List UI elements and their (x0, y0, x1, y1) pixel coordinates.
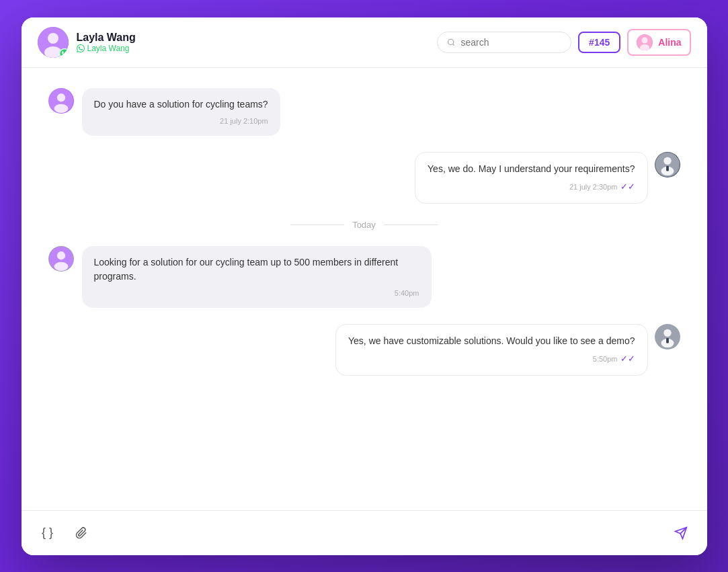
message-row-outgoing-2: Yes, we have customizable solutions. Wou… (48, 324, 680, 376)
svg-rect-14 (666, 166, 669, 171)
message-text-1: Do you have a solution for cycling teams… (94, 99, 268, 110)
message-bubble-1: Do you have a solution for cycling teams… (82, 88, 280, 136)
contact-platform: Layla Wang (77, 44, 136, 53)
svg-point-19 (663, 329, 671, 337)
day-divider: Today (48, 220, 680, 230)
message-bubble-4: Yes, we have customizable solutions. Wou… (335, 324, 647, 376)
message-text-2: Yes, we do. May I understand your requir… (428, 163, 635, 174)
svg-point-12 (663, 157, 671, 165)
header-info: Layla Wang Layla Wang (77, 32, 136, 53)
message-row-incoming-2: Looking for a solution for our cycling t… (48, 246, 680, 309)
read-check-2: ✓✓ (620, 180, 635, 194)
message-row: Do you have a solution for cycling teams… (48, 88, 680, 136)
svg-rect-21 (666, 338, 669, 343)
svg-line-4 (453, 44, 454, 45)
chat-area: Do you have a solution for cycling teams… (22, 68, 707, 510)
search-input[interactable] (460, 37, 561, 48)
message-text-3: Looking for a solution for our cycling t… (94, 257, 399, 282)
send-icon (674, 526, 688, 540)
whatsapp-icon (59, 48, 69, 58)
code-button[interactable]: { } (35, 520, 60, 546)
message-time-4: 5:50pm ✓✓ (348, 352, 635, 366)
svg-point-16 (56, 251, 65, 259)
svg-point-6 (642, 37, 648, 43)
search-icon (447, 38, 455, 47)
message-row-outgoing-1: Yes, we do. May I understand your requir… (48, 152, 680, 204)
message-input[interactable] (102, 522, 660, 544)
header-right: #145 Alina (437, 29, 690, 56)
agent-avatar (637, 34, 653, 50)
paperclip-icon (75, 527, 87, 539)
agent-badge[interactable]: Alina (627, 29, 690, 56)
send-button[interactable] (668, 520, 694, 546)
whatsapp-small-icon (77, 44, 85, 52)
message-text-4: Yes, we have customizable solutions. Wou… (348, 335, 635, 346)
day-label: Today (352, 220, 376, 230)
header-left: Layla Wang Layla Wang (38, 27, 430, 58)
attach-button[interactable] (69, 520, 94, 546)
outgoing-avatar-1 (655, 152, 680, 177)
incoming-avatar-1 (48, 88, 74, 114)
chat-footer: { } (22, 510, 707, 555)
agent-name: Alina (658, 37, 681, 48)
read-check-4: ✓✓ (620, 352, 635, 366)
chat-header: Layla Wang Layla Wang #145 (22, 17, 707, 68)
svg-point-9 (56, 93, 65, 101)
search-bar[interactable] (437, 32, 571, 53)
chat-window: Layla Wang Layla Wang #145 (22, 17, 707, 555)
message-time-1: 21 july 2:10pm (94, 116, 268, 127)
ticket-badge[interactable]: #145 (578, 32, 620, 53)
message-bubble-2: Yes, we do. May I understand your requir… (415, 152, 647, 204)
message-time-2: 21 july 2:30pm ✓✓ (428, 180, 635, 194)
outgoing-avatar-2 (655, 324, 680, 350)
svg-point-3 (448, 39, 454, 44)
contact-avatar (38, 27, 69, 58)
message-bubble-3: Looking for a solution for our cycling t… (82, 246, 432, 309)
svg-point-1 (48, 33, 58, 44)
incoming-avatar-2 (48, 246, 74, 272)
svg-point-10 (54, 104, 68, 112)
svg-point-17 (54, 261, 68, 270)
message-time-3: 5:40pm (94, 288, 419, 299)
contact-name: Layla Wang (77, 32, 136, 44)
